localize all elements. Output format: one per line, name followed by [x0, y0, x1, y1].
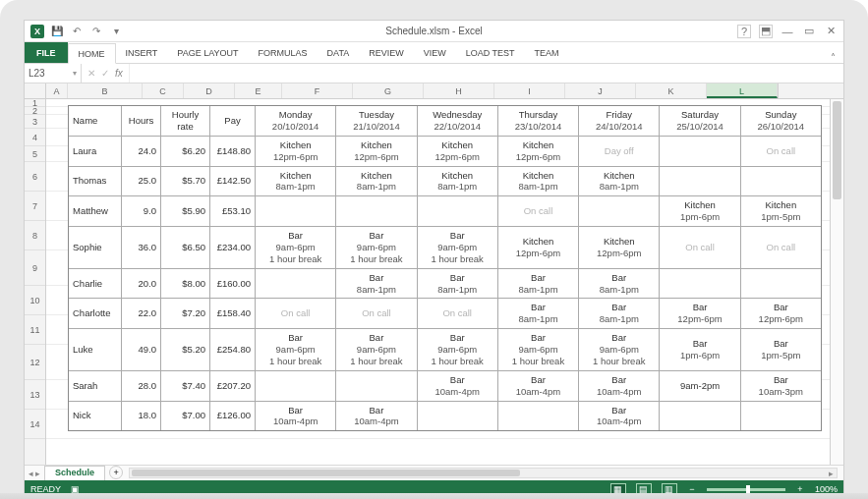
vertical-scrollbar-thumb[interactable] [833, 101, 841, 199]
row-header-7[interactable]: 7 [25, 192, 45, 221]
schedule-cell: Bar1pm-6pm [660, 329, 740, 370]
schedule-cell: Sunday26/10/2014 [741, 106, 821, 136]
schedule-cell: Monday20/10/2014 [256, 106, 336, 136]
row-header-9[interactable]: 9 [25, 250, 45, 286]
column-header-e[interactable]: E [235, 83, 282, 98]
insert-function-button[interactable]: fx [115, 68, 123, 79]
ribbon-tab-data[interactable]: DATA [318, 42, 360, 63]
spreadsheet-grid[interactable]: NameHoursHourly ratePayMonday20/10/2014T… [46, 99, 830, 465]
horizontal-scrollbar-thumb[interactable] [132, 470, 520, 476]
schedule-cell: 18.0 [122, 402, 161, 431]
ribbon-tab-home[interactable]: HOME [68, 43, 116, 64]
name-box[interactable]: L23 ▾ [25, 64, 82, 83]
schedule-row: Laura24.0$6.20£148.80Kitchen12pm-6pmKitc… [69, 137, 821, 167]
row-header-8[interactable]: 8 [25, 221, 45, 250]
schedule-cell: £234.00 [210, 227, 256, 268]
schedule-cell: Bar9am-6pm1 hour break [418, 227, 498, 268]
sheet-prev-button[interactable]: ◂ [29, 469, 33, 478]
schedule-cell: Bar8am-1pm [336, 269, 417, 299]
ribbon-tab-page-layout[interactable]: PAGE LAYOUT [167, 42, 248, 63]
schedule-cell: Kitchen12pm-6pm [579, 227, 660, 268]
add-sheet-button[interactable]: + [109, 466, 123, 479]
schedule-cell: On call [256, 299, 336, 328]
row-header-5[interactable]: 5 [25, 146, 45, 162]
formula-cancel-button[interactable]: ✕ [87, 68, 95, 79]
sheet-next-button[interactable]: ▸ [35, 469, 40, 478]
qat-customize-button[interactable]: ▾ [109, 25, 123, 38]
schedule-cell: $5.70 [161, 167, 210, 196]
vertical-scrollbar[interactable] [830, 99, 843, 465]
schedule-cell: 9am-2pm [660, 371, 740, 401]
row-header-13[interactable]: 13 [25, 380, 45, 410]
schedule-cell: Bar9am-6pm1 hour break [256, 227, 336, 268]
row-header-6[interactable]: 6 [25, 162, 45, 192]
schedule-cell: £207.20 [210, 371, 256, 401]
ribbon-options-button[interactable]: ⬒ [759, 25, 773, 38]
schedule-cell: 25.0 [122, 167, 161, 196]
select-all-corner[interactable] [25, 83, 46, 98]
schedule-cell: £142.50 [210, 167, 256, 196]
schedule-cell: 9.0 [122, 196, 161, 226]
formula-input[interactable] [130, 64, 843, 83]
schedule-cell: Kitchen12pm-6pm [256, 137, 336, 166]
schedule-cell [498, 402, 579, 431]
column-header-j[interactable]: J [565, 83, 636, 98]
column-header-k[interactable]: K [636, 83, 707, 98]
column-header-f[interactable]: F [282, 83, 353, 98]
column-header-i[interactable]: I [494, 83, 565, 98]
zoom-slider[interactable] [707, 488, 785, 491]
row-header-3[interactable]: 3 [25, 115, 45, 129]
schedule-cell: Charlie [69, 269, 122, 299]
column-header-b[interactable]: B [68, 83, 143, 98]
sheet-tab-schedule[interactable]: Schedule [44, 466, 105, 480]
ribbon-tab-formulas[interactable]: FORMULAS [249, 42, 318, 63]
schedule-cell: On call [741, 227, 821, 268]
column-header-d[interactable]: D [184, 83, 235, 98]
column-header-l[interactable]: L [707, 83, 778, 98]
row-header-11[interactable]: 11 [25, 315, 45, 345]
schedule-cell: Bar10am-4pm [256, 402, 336, 431]
ribbon-tab-file[interactable]: FILE [25, 42, 68, 63]
close-button[interactable]: ✕ [824, 25, 838, 38]
schedule-cell: Bar12pm-6pm [741, 299, 821, 328]
minimize-button[interactable]: — [781, 25, 794, 38]
row-header-14[interactable]: 14 [25, 410, 45, 439]
hscroll-right-arrow-icon[interactable]: ▸ [825, 469, 837, 477]
schedule-cell: $7.40 [161, 371, 210, 401]
collapse-ribbon-button[interactable]: ˄ [831, 52, 843, 63]
schedule-cell: Kitchen8am-1pm [418, 167, 498, 196]
schedule-cell: Kitchen12pm-6pm [418, 137, 498, 166]
ribbon-tab-team[interactable]: TEAM [525, 42, 569, 63]
schedule-cell: Kitchen12pm-6pm [498, 137, 579, 166]
row-header-4[interactable]: 4 [25, 129, 45, 146]
schedule-cell: $5.20 [161, 329, 210, 370]
row-header-10[interactable]: 10 [25, 286, 45, 315]
ribbon-tab-review[interactable]: REVIEW [359, 42, 414, 63]
help-button[interactable]: ? [737, 25, 751, 38]
qat-save-button[interactable]: 💾 [50, 25, 64, 38]
schedule-cell: Sarah [69, 371, 122, 401]
schedule-cell [418, 196, 498, 226]
schedule-cell: Thursday23/10/2014 [498, 106, 579, 136]
row-header-12[interactable]: 12 [25, 345, 45, 380]
column-header-h[interactable]: H [424, 83, 494, 98]
ribbon-tab-load-test[interactable]: LOAD TEST [456, 42, 525, 63]
row-header-2[interactable]: 2 [25, 107, 45, 115]
chevron-down-icon[interactable]: ▾ [73, 69, 77, 78]
schedule-cell: £148.80 [210, 137, 256, 166]
column-header-g[interactable]: G [353, 83, 424, 98]
schedule-cell: Bar10am-4pm [579, 402, 660, 431]
schedule-cell: Friday24/10/2014 [579, 106, 660, 136]
schedule-cell: $7.00 [161, 402, 210, 431]
maximize-button[interactable]: ▭ [802, 25, 816, 38]
qat-redo-button[interactable]: ↷ [89, 25, 103, 38]
column-header-c[interactable]: C [143, 83, 184, 98]
formula-enter-button[interactable]: ✓ [101, 68, 109, 79]
schedule-row: Charlotte22.0$7.20£158.40On callOn callO… [69, 299, 821, 329]
schedule-cell [336, 196, 417, 226]
ribbon-tab-insert[interactable]: INSERT [116, 42, 168, 63]
horizontal-scrollbar[interactable]: ◂ ▸ [129, 468, 838, 478]
column-header-a[interactable]: A [46, 83, 68, 98]
qat-undo-button[interactable]: ↶ [70, 25, 84, 38]
ribbon-tab-view[interactable]: VIEW [414, 42, 456, 63]
